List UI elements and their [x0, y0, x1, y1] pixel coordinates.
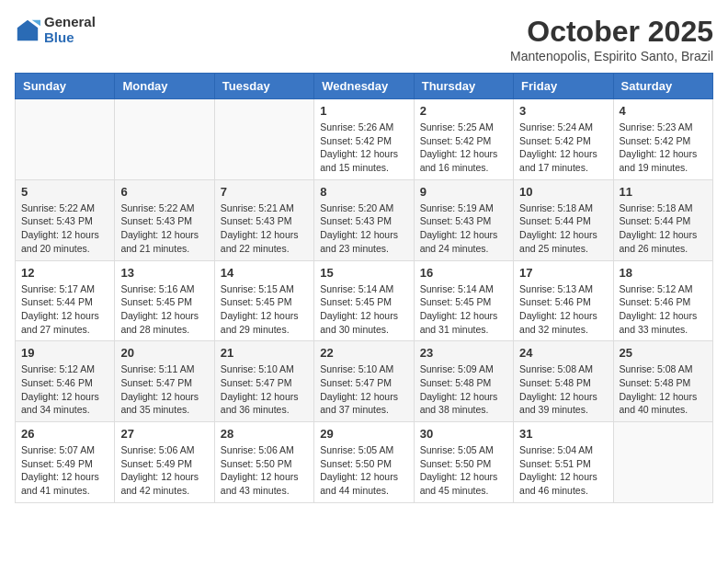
- calendar-cell: 25Sunrise: 5:08 AM Sunset: 5:48 PM Dayli…: [613, 341, 712, 422]
- logo-general-text: General: [44, 15, 96, 30]
- calendar-cell: 2Sunrise: 5:25 AM Sunset: 5:42 PM Daylig…: [414, 99, 513, 180]
- calendar-cell: [16, 99, 115, 180]
- day-info: Sunrise: 5:09 AM Sunset: 5:48 PM Dayligh…: [420, 362, 507, 417]
- day-info: Sunrise: 5:08 AM Sunset: 5:48 PM Dayligh…: [620, 362, 707, 417]
- day-number: 9: [420, 185, 507, 199]
- day-info: Sunrise: 5:10 AM Sunset: 5:47 PM Dayligh…: [320, 362, 407, 417]
- day-number: 1: [320, 104, 407, 118]
- svg-marker-0: [17, 19, 38, 40]
- day-number: 17: [519, 266, 607, 280]
- day-info: Sunrise: 5:24 AM Sunset: 5:42 PM Dayligh…: [519, 121, 607, 175]
- day-info: Sunrise: 5:22 AM Sunset: 5:43 PM Dayligh…: [120, 201, 208, 256]
- day-info: Sunrise: 5:14 AM Sunset: 5:45 PM Dayligh…: [420, 282, 507, 337]
- day-info: Sunrise: 5:05 AM Sunset: 5:50 PM Dayligh…: [320, 443, 407, 498]
- calendar-week-row: 5Sunrise: 5:22 AM Sunset: 5:43 PM Daylig…: [16, 179, 713, 260]
- day-info: Sunrise: 5:06 AM Sunset: 5:50 PM Dayligh…: [221, 443, 308, 498]
- logo-icon: [15, 17, 40, 43]
- calendar-cell: 31Sunrise: 5:04 AM Sunset: 5:51 PM Dayli…: [514, 422, 613, 503]
- day-info: Sunrise: 5:22 AM Sunset: 5:43 PM Dayligh…: [21, 201, 108, 256]
- day-info: Sunrise: 5:18 AM Sunset: 5:44 PM Dayligh…: [620, 201, 707, 256]
- day-number: 26: [21, 427, 108, 441]
- day-info: Sunrise: 5:14 AM Sunset: 5:45 PM Dayligh…: [320, 282, 407, 337]
- weekday-header-sunday: Sunday: [16, 74, 115, 99]
- day-info: Sunrise: 5:12 AM Sunset: 5:46 PM Dayligh…: [21, 362, 108, 417]
- day-number: 23: [420, 346, 507, 360]
- day-info: Sunrise: 5:13 AM Sunset: 5:46 PM Dayligh…: [519, 282, 607, 337]
- calendar-cell: 23Sunrise: 5:09 AM Sunset: 5:48 PM Dayli…: [414, 341, 513, 422]
- day-info: Sunrise: 5:11 AM Sunset: 5:47 PM Dayligh…: [120, 362, 208, 417]
- calendar-cell: [613, 422, 712, 503]
- day-info: Sunrise: 5:04 AM Sunset: 5:51 PM Dayligh…: [519, 443, 607, 498]
- day-number: 18: [620, 266, 707, 280]
- calendar-week-row: 12Sunrise: 5:17 AM Sunset: 5:44 PM Dayli…: [16, 260, 713, 341]
- logo-text: General Blue: [44, 15, 96, 45]
- title-section: October 2025 Mantenopolis, Espirito Sant…: [510, 15, 713, 63]
- weekday-header-row: SundayMondayTuesdayWednesdayThursdayFrid…: [16, 74, 713, 99]
- month-title: October 2025: [510, 15, 713, 49]
- day-info: Sunrise: 5:05 AM Sunset: 5:50 PM Dayligh…: [420, 443, 507, 498]
- calendar-cell: 12Sunrise: 5:17 AM Sunset: 5:44 PM Dayli…: [16, 260, 115, 341]
- day-number: 4: [620, 104, 707, 118]
- day-info: Sunrise: 5:15 AM Sunset: 5:45 PM Dayligh…: [221, 282, 308, 337]
- day-info: Sunrise: 5:23 AM Sunset: 5:42 PM Dayligh…: [620, 121, 707, 175]
- day-number: 3: [519, 104, 607, 118]
- calendar-cell: [115, 99, 214, 180]
- calendar-cell: 13Sunrise: 5:16 AM Sunset: 5:45 PM Dayli…: [115, 260, 214, 341]
- calendar-cell: 15Sunrise: 5:14 AM Sunset: 5:45 PM Dayli…: [314, 260, 414, 341]
- day-number: 10: [519, 185, 607, 199]
- day-number: 14: [221, 266, 308, 280]
- calendar-cell: 21Sunrise: 5:10 AM Sunset: 5:47 PM Dayli…: [214, 341, 313, 422]
- calendar-cell: 3Sunrise: 5:24 AM Sunset: 5:42 PM Daylig…: [514, 99, 613, 180]
- calendar-cell: 27Sunrise: 5:06 AM Sunset: 5:49 PM Dayli…: [115, 422, 214, 503]
- calendar-cell: 1Sunrise: 5:26 AM Sunset: 5:42 PM Daylig…: [314, 99, 414, 180]
- calendar-cell: 14Sunrise: 5:15 AM Sunset: 5:45 PM Dayli…: [214, 260, 313, 341]
- day-number: 19: [21, 346, 108, 360]
- day-info: Sunrise: 5:10 AM Sunset: 5:47 PM Dayligh…: [221, 362, 308, 417]
- calendar-cell: 5Sunrise: 5:22 AM Sunset: 5:43 PM Daylig…: [16, 179, 115, 260]
- day-info: Sunrise: 5:18 AM Sunset: 5:44 PM Dayligh…: [519, 201, 607, 256]
- weekday-header-saturday: Saturday: [613, 74, 712, 99]
- day-number: 13: [120, 266, 208, 280]
- day-number: 24: [519, 346, 607, 360]
- weekday-header-tuesday: Tuesday: [214, 74, 313, 99]
- calendar-cell: 16Sunrise: 5:14 AM Sunset: 5:45 PM Dayli…: [414, 260, 513, 341]
- day-number: 25: [620, 346, 707, 360]
- day-number: 5: [21, 185, 108, 199]
- calendar-cell: 7Sunrise: 5:21 AM Sunset: 5:43 PM Daylig…: [214, 179, 313, 260]
- day-number: 2: [420, 104, 507, 118]
- day-info: Sunrise: 5:20 AM Sunset: 5:43 PM Dayligh…: [320, 201, 407, 256]
- day-number: 12: [21, 266, 108, 280]
- calendar-cell: 24Sunrise: 5:08 AM Sunset: 5:48 PM Dayli…: [514, 341, 613, 422]
- calendar-week-row: 1Sunrise: 5:26 AM Sunset: 5:42 PM Daylig…: [16, 99, 713, 180]
- day-number: 8: [320, 185, 407, 199]
- location-title: Mantenopolis, Espirito Santo, Brazil: [510, 49, 713, 63]
- day-number: 29: [320, 427, 407, 441]
- calendar-cell: 8Sunrise: 5:20 AM Sunset: 5:43 PM Daylig…: [314, 179, 414, 260]
- weekday-header-wednesday: Wednesday: [314, 74, 414, 99]
- calendar-cell: 11Sunrise: 5:18 AM Sunset: 5:44 PM Dayli…: [613, 179, 712, 260]
- weekday-header-monday: Monday: [115, 74, 214, 99]
- day-info: Sunrise: 5:19 AM Sunset: 5:43 PM Dayligh…: [420, 201, 507, 256]
- page-header: General Blue October 2025 Mantenopolis, …: [15, 15, 713, 63]
- calendar-cell: 22Sunrise: 5:10 AM Sunset: 5:47 PM Dayli…: [314, 341, 414, 422]
- day-info: Sunrise: 5:07 AM Sunset: 5:49 PM Dayligh…: [21, 443, 108, 498]
- day-info: Sunrise: 5:08 AM Sunset: 5:48 PM Dayligh…: [519, 362, 607, 417]
- day-info: Sunrise: 5:06 AM Sunset: 5:49 PM Dayligh…: [120, 443, 208, 498]
- day-info: Sunrise: 5:26 AM Sunset: 5:42 PM Dayligh…: [320, 121, 407, 175]
- calendar-cell: 17Sunrise: 5:13 AM Sunset: 5:46 PM Dayli…: [514, 260, 613, 341]
- day-number: 21: [221, 346, 308, 360]
- day-number: 22: [320, 346, 407, 360]
- calendar-cell: 30Sunrise: 5:05 AM Sunset: 5:50 PM Dayli…: [414, 422, 513, 503]
- calendar-cell: 29Sunrise: 5:05 AM Sunset: 5:50 PM Dayli…: [314, 422, 414, 503]
- weekday-header-thursday: Thursday: [414, 74, 513, 99]
- logo: General Blue: [15, 15, 96, 45]
- day-number: 15: [320, 266, 407, 280]
- day-info: Sunrise: 5:12 AM Sunset: 5:46 PM Dayligh…: [620, 282, 707, 337]
- calendar-cell: 18Sunrise: 5:12 AM Sunset: 5:46 PM Dayli…: [613, 260, 712, 341]
- calendar-cell: 4Sunrise: 5:23 AM Sunset: 5:42 PM Daylig…: [613, 99, 712, 180]
- day-number: 30: [420, 427, 507, 441]
- day-number: 28: [221, 427, 308, 441]
- calendar-cell: [214, 99, 313, 180]
- day-info: Sunrise: 5:16 AM Sunset: 5:45 PM Dayligh…: [120, 282, 208, 337]
- day-info: Sunrise: 5:17 AM Sunset: 5:44 PM Dayligh…: [21, 282, 108, 337]
